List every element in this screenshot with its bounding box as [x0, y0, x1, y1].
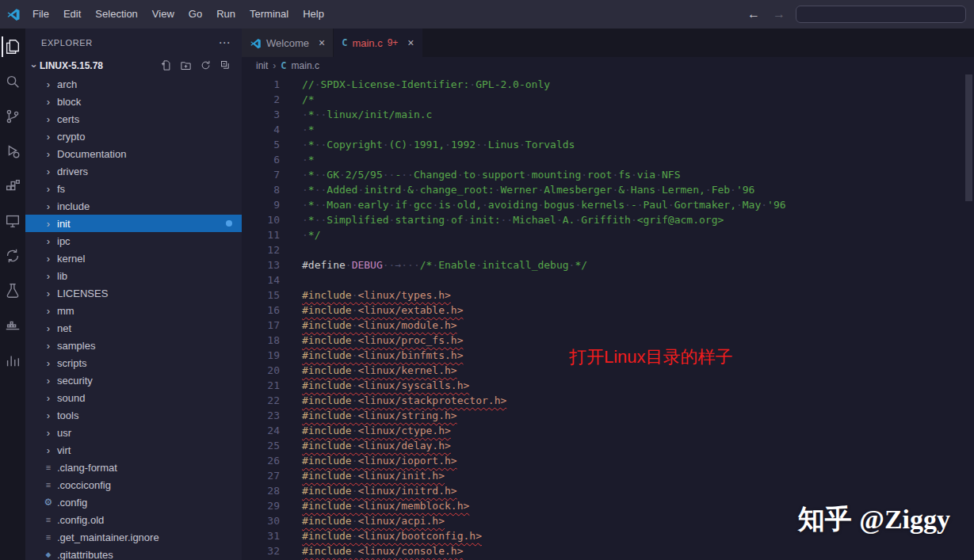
back-arrow-icon[interactable]: ←: [745, 7, 762, 21]
sync-icon[interactable]: [2, 246, 23, 266]
menu-file[interactable]: File: [25, 0, 56, 29]
tree-item-arch[interactable]: ›arch: [25, 75, 242, 93]
menu-terminal[interactable]: Terminal: [243, 0, 296, 29]
scrollbar-thumb[interactable]: [965, 74, 972, 201]
code-editor[interactable]: 1//·SPDX-License-Identifier:·GPL-2.0-onl…: [242, 74, 974, 560]
command-center-search[interactable]: [796, 6, 966, 23]
line-number: 32: [242, 543, 280, 558]
forward-arrow-icon[interactable]: →: [770, 7, 788, 21]
code-line: 14: [242, 272, 974, 288]
new-file-icon[interactable]: [160, 59, 173, 72]
vscode-logo-icon: [250, 37, 262, 49]
code-line: 16#include·<linux/extable.h>: [242, 303, 974, 318]
tree-item-kernel[interactable]: ›kernel: [25, 250, 242, 267]
tree-item-config.old[interactable]: ≡.config.old: [25, 511, 242, 528]
docker-icon[interactable]: [2, 315, 23, 336]
code-line-content: #define·DEBUG··→···/*·Enable·initcall_de…: [280, 257, 587, 272]
menu-edit[interactable]: Edit: [56, 0, 88, 29]
tab-welcome[interactable]: Welcome×: [242, 29, 334, 57]
remote-explorer-icon[interactable]: [2, 211, 23, 231]
tree-item-crypto[interactable]: ›crypto: [25, 128, 242, 145]
stats-icon[interactable]: [2, 350, 23, 371]
annotation-text: 打开Linux目录的样子: [569, 345, 733, 369]
chevron-right-icon: ›: [43, 166, 54, 177]
code-line-content: ·*··Moan·early·if·gcc·is·old,·avoiding·b…: [280, 197, 786, 212]
breadcrumb[interactable]: init›Cmain.c: [242, 57, 974, 74]
tree-item-virt[interactable]: ›virt: [25, 441, 242, 459]
line-number: 1: [242, 77, 280, 92]
tree-item-label: arch: [57, 78, 77, 90]
vscode-window: FileEditSelectionViewGoRunTerminalHelp ←…: [0, 0, 974, 560]
chevron-right-icon: ›: [43, 322, 54, 334]
explorer-more-icon[interactable]: ⋯: [218, 36, 231, 50]
menu-selection[interactable]: Selection: [88, 0, 144, 29]
breadcrumb-item[interactable]: main.c: [292, 60, 319, 71]
chevron-right-icon: ›: [43, 305, 54, 317]
chevron-right-icon: ›: [43, 96, 54, 108]
tree-item-gitattributes[interactable]: ◆.gitattributes: [25, 546, 242, 560]
tree-item-drivers[interactable]: ›drivers: [25, 162, 242, 180]
tree-item-certs[interactable]: ›certs: [25, 110, 242, 128]
main-area: EXPLORER ⋯ › LINUX-5.15.78 ›arch›block›c…: [0, 29, 974, 560]
explorer-sidebar: EXPLORER ⋯ › LINUX-5.15.78 ›arch›block›c…: [25, 29, 242, 560]
line-number: 28: [242, 483, 280, 498]
tree-item-fs[interactable]: ›fs: [25, 180, 242, 197]
explorer-header: EXPLORER ⋯: [25, 29, 242, 56]
new-folder-icon[interactable]: [180, 59, 193, 72]
menu-view[interactable]: View: [145, 0, 181, 29]
tree-item-security[interactable]: ›security: [25, 371, 242, 389]
tree-item-label: .config: [57, 497, 87, 509]
code-line-content: //·SPDX-License-Identifier:·GPL-2.0-only: [280, 77, 550, 92]
tree-item-clang-format[interactable]: ≡.clang-format: [25, 459, 242, 476]
close-icon[interactable]: ×: [407, 36, 414, 49]
tree-item-lib[interactable]: ›lib: [25, 267, 242, 284]
tree-item-documentation[interactable]: ›Documentation: [25, 145, 242, 162]
tree-item-label: crypto: [57, 131, 85, 143]
menu-go[interactable]: Go: [181, 0, 209, 29]
tree-item-net[interactable]: ›net: [25, 319, 242, 337]
tree-item-cocciconfig[interactable]: ≡.cocciconfig: [25, 476, 242, 493]
tree-item-sound[interactable]: ›sound: [25, 389, 242, 406]
extensions-icon[interactable]: [2, 176, 23, 196]
chevron-right-icon: ›: [43, 253, 54, 265]
code-line: 6·*: [242, 152, 974, 167]
tree-item-ipc[interactable]: ›ipc: [25, 232, 242, 250]
code-line-content: #include·<linux/stackprotector.h>: [280, 393, 506, 408]
explorer-root-row[interactable]: › LINUX-5.15.78: [25, 56, 242, 75]
tree-item-mm[interactable]: ›mm: [25, 302, 242, 319]
tree-item-label: Documentation: [57, 148, 126, 160]
tree-item-scripts[interactable]: ›scripts: [25, 354, 242, 371]
tree-item-usr[interactable]: ›usr: [25, 424, 242, 441]
run-debug-icon[interactable]: [2, 141, 23, 162]
vscode-logo-icon: [6, 7, 21, 21]
refresh-icon[interactable]: [200, 59, 212, 72]
testing-icon[interactable]: [2, 280, 23, 301]
c-language-icon: C: [342, 37, 347, 48]
tab-main.c[interactable]: Cmain.c9+×: [334, 29, 422, 57]
explorer-icon[interactable]: [2, 36, 22, 57]
line-number: 8: [242, 182, 280, 197]
gear-file-icon: ⚙: [43, 497, 54, 508]
tree-item-tools[interactable]: ›tools: [25, 406, 242, 424]
search-icon[interactable]: [2, 71, 23, 92]
tree-item-licenses[interactable]: ›LICENSES: [25, 284, 242, 302]
tree-item-get_maintainer.ignore[interactable]: ≡.get_maintainer.ignore: [25, 528, 242, 546]
code-line: 12: [242, 242, 974, 257]
tree-item-block[interactable]: ›block: [25, 93, 242, 110]
close-icon[interactable]: ×: [319, 36, 325, 49]
breadcrumb-item[interactable]: init: [256, 60, 268, 71]
tree-item-include[interactable]: ›include: [25, 197, 242, 215]
tree-item-samples[interactable]: ›samples: [25, 337, 242, 354]
code-line: 7·*··GK·2/5/95··-··Changed·to·support·mo…: [242, 167, 974, 182]
collapse-all-icon[interactable]: [220, 59, 232, 72]
tree-item-config[interactable]: ⚙.config: [25, 493, 242, 511]
tree-item-init[interactable]: ›init: [25, 215, 242, 232]
line-number: 27: [242, 468, 280, 483]
tree-item-label: mm: [57, 305, 74, 317]
menu-run[interactable]: Run: [209, 0, 243, 29]
code-line: 5·*··Copyright·(C)·1991,·1992··Linus·Tor…: [242, 137, 974, 152]
tree-item-label: .get_maintainer.ignore: [57, 531, 159, 543]
line-number: 13: [242, 257, 280, 272]
source-control-icon[interactable]: [2, 106, 23, 127]
menu-help[interactable]: Help: [296, 0, 331, 29]
